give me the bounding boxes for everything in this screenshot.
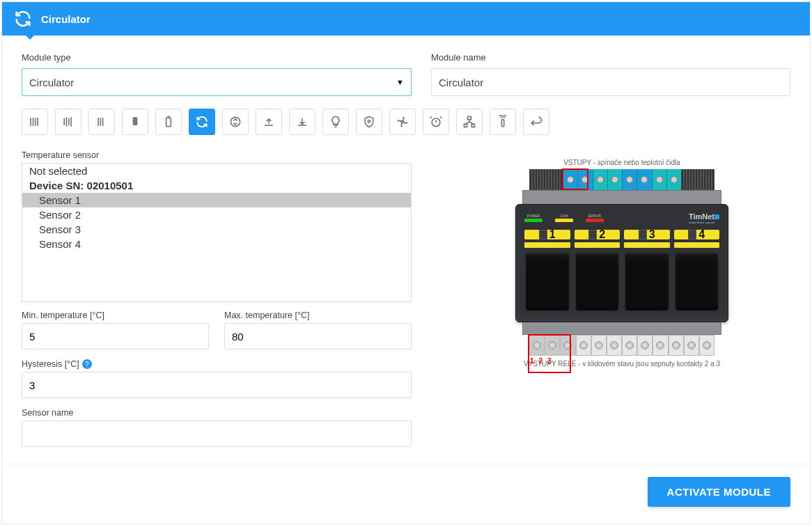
- icon-upload[interactable]: [256, 109, 282, 135]
- icon-device[interactable]: [122, 109, 148, 135]
- switch-3: [624, 252, 670, 312]
- chevron-down-icon: ▼: [396, 78, 404, 86]
- icon-shield[interactable]: [356, 109, 382, 135]
- hysteresis-input[interactable]: [22, 372, 412, 398]
- device-figure: VSTUPY - spínače nebo teplotní čidla: [514, 159, 730, 370]
- sensor-row-3[interactable]: Sensor 3: [22, 222, 411, 237]
- hysteresis-label: Hysteresis [°C] ?: [22, 359, 412, 369]
- module-type-label: Module type: [22, 52, 412, 63]
- icon-remote[interactable]: [490, 109, 516, 135]
- switch-1: [524, 252, 570, 312]
- svg-rect-12: [166, 118, 171, 127]
- switch-2: [575, 252, 620, 312]
- output-terminals: [529, 335, 715, 356]
- svg-point-21: [432, 118, 440, 127]
- module-type-value: Circulator: [29, 77, 74, 88]
- sensor-name-label: Sensor name: [22, 408, 412, 418]
- cycle-icon: [13, 9, 33, 29]
- sensor-label: Temperature sensor: [22, 150, 412, 160]
- icon-fan[interactable]: [389, 109, 416, 135]
- module-name-label: Module name: [431, 52, 790, 63]
- device-top-caption: VSTUPY - spínače nebo teplotní čidla: [514, 159, 730, 166]
- svg-point-19: [368, 120, 370, 123]
- switch-4: [674, 252, 720, 312]
- sensor-row-4[interactable]: Sensor 4: [22, 237, 411, 251]
- grille-right-icon: [681, 169, 715, 190]
- svg-rect-25: [468, 117, 471, 120]
- svg-point-20: [401, 120, 403, 123]
- grille-left-icon: [529, 169, 563, 190]
- max-temp-label: Max. temperature [°C]: [224, 310, 412, 320]
- icon-battery[interactable]: [155, 109, 182, 135]
- icon-barcode-a[interactable]: [22, 109, 48, 135]
- svg-line-24: [440, 117, 442, 119]
- module-type-select[interactable]: Circulator ▼: [22, 68, 412, 96]
- icon-barcode-c[interactable]: [88, 109, 115, 135]
- panel-title: Circulator: [41, 13, 91, 25]
- relay-numbers: 1 2 3: [530, 357, 552, 365]
- min-temp-input[interactable]: [22, 323, 209, 349]
- help-icon[interactable]: ?: [82, 359, 92, 369]
- max-temp-input[interactable]: [224, 323, 412, 349]
- icon-alarm[interactable]: [423, 109, 449, 135]
- sensor-row-group[interactable]: Device SN: 02010501: [22, 178, 411, 193]
- icon-picker: [2, 109, 810, 150]
- icon-cycle[interactable]: [189, 109, 215, 135]
- activate-button[interactable]: ACTIVATE MODULE: [648, 477, 790, 507]
- sensor-row-not-selected[interactable]: Not selected: [22, 164, 411, 178]
- icon-barcode-b[interactable]: [55, 109, 81, 135]
- brand-label: TimNetsmart home system: [689, 212, 719, 224]
- sensor-name-input[interactable]: [22, 420, 412, 447]
- input-terminals: [563, 169, 681, 190]
- icon-download[interactable]: [289, 109, 315, 135]
- svg-line-23: [430, 117, 432, 119]
- svg-rect-11: [133, 117, 138, 125]
- icon-bulb[interactable]: [322, 109, 349, 135]
- sensor-list[interactable]: Not selected Device SN: 02010501 Sensor …: [22, 163, 412, 302]
- panel-header: Circulator: [2, 2, 810, 36]
- svg-rect-31: [501, 120, 503, 127]
- icon-return[interactable]: [523, 109, 549, 135]
- min-temp-label: Min. temperature [°C]: [22, 310, 209, 320]
- icon-updown[interactable]: [222, 109, 249, 135]
- sensor-row-1[interactable]: Sensor 1: [22, 193, 411, 207]
- module-name-input[interactable]: [431, 68, 790, 96]
- icon-network[interactable]: [456, 109, 483, 135]
- sensor-row-2[interactable]: Sensor 2: [22, 207, 411, 222]
